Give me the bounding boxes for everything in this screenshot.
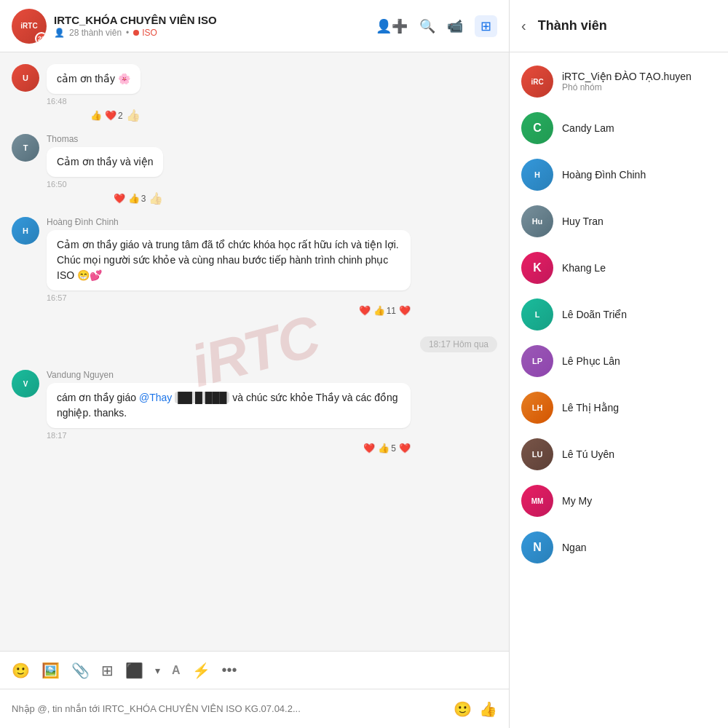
more-options-icon[interactable]: ••• [222,662,237,678]
header-info: IRTC_KHÓA CHUYÊN VIÊN ISO 👤 28 thành viê… [54,14,368,38]
member-info: My My [562,495,716,507]
lightning-icon[interactable]: ⚡ [192,662,210,679]
message-input[interactable] [12,703,446,714]
reaction-add-btn[interactable]: 👍 [149,191,163,205]
avatar: LH [521,392,553,424]
emoji-icon[interactable]: 🙂 [12,662,30,679]
avatar: MM [521,485,553,517]
list-item[interactable]: L Lê Doãn Triển [510,291,728,338]
avatar: H [12,217,39,245]
date-divider: 18:17 Hôm qua [420,336,497,352]
header-subtitle: 👤 28 thành viên • ISO [54,28,368,38]
msg-sender: Vandung Nguyen [47,370,411,380]
member-name: Hoàng Đình Chinh [562,169,716,181]
member-name: Huy Tran [562,215,716,227]
iso-dot [133,30,139,36]
members-panel-icon[interactable]: ⊞ [475,15,497,37]
input-area: 🙂 👍 [0,689,509,728]
list-item[interactable]: LU Lê Tú Uyên [510,431,728,478]
member-info: Khang Le [562,262,716,274]
chat-header: iRTC 28 IRTC_KHÓA CHUYÊN VIÊN ISO 👤 28 t… [0,0,509,52]
avatar: LU [521,438,553,470]
list-item[interactable]: H Hoàng Đình Chinh [510,151,728,198]
member-name: Candy Lam [562,122,716,134]
search-icon[interactable]: 🔍 [419,18,435,34]
members-header: ‹ Thành viên [510,0,728,52]
smiley-icon[interactable]: 🙂 [454,700,472,718]
msg-time: 16:50 [47,180,163,189]
list-item[interactable]: N Ngan [510,524,728,571]
member-name: Lê Doãn Triển [562,309,716,320]
image-icon[interactable]: 🖼️ [41,662,60,679]
dropdown-arrow[interactable]: ▾ [155,665,160,676]
text-format-icon[interactable]: A [172,664,181,677]
msg-time: 18:17 [47,431,411,440]
reaction-heart: ❤️ [363,443,375,454]
msg-reactions: 👍 ❤️ 2 👍 [47,108,141,122]
like-icon[interactable]: 👍 [479,700,497,718]
avatar: N [521,531,553,563]
member-badge: 28 [35,32,47,44]
member-info: Lê Doãn Triển [562,309,716,320]
msg-reactions: ❤️ 👍 3 👍 [47,191,163,205]
box-icon[interactable]: ⬛ [125,662,143,679]
avatar: H [521,159,553,191]
member-name: Lê Tú Uyên [562,448,716,460]
msg-time: 16:57 [47,293,411,302]
chat-panel: iRTC 28 IRTC_KHÓA CHUYÊN VIÊN ISO 👤 28 t… [0,0,510,728]
list-item[interactable]: LP Lê Phục Lân [510,338,728,384]
list-item[interactable]: LH Lê Thị Hằng [510,384,728,431]
avatar: L [521,298,553,331]
reaction-heart: ❤️ [114,193,125,204]
message-group: T Thomas Cảm ơn thầy và viện 16:50 ❤️ 👍 … [12,134,497,205]
member-name: Lê Phục Lân [562,355,716,367]
avatar: C [521,112,553,144]
reaction-heart2: ❤️ [399,305,411,316]
msg-content: Vandung Nguyen cám ơn thầy giáo @Thay ██… [47,370,411,454]
member-name: Lê Thị Hằng [562,402,716,414]
member-info: Lê Tú Uyên [562,448,716,460]
member-role: Phó nhóm [562,82,716,92]
list-item[interactable]: C Candy Lam [510,105,728,151]
reaction-thumbs: 👍 11 [373,305,396,316]
reaction-thumbs: 👍 3 [128,193,146,204]
msg-bubble: Cảm ơn thầy giáo và trung tâm đã tổ chức… [47,230,411,290]
msg-text: Cảm ơn thầy và viện [57,154,153,170]
members-title: Thành viên [538,18,607,33]
member-info: Hoàng Đình Chinh [562,169,716,181]
reaction-heart: ❤️ [359,305,371,316]
reaction-thumbs: 👍 5 [378,443,396,454]
member-name: My My [562,495,716,507]
app-container: iRTC 28 IRTC_KHÓA CHUYÊN VIÊN ISO 👤 28 t… [0,0,728,728]
list-item[interactable]: iRC iRTC_Viện ĐÀO TẠO.huyen Phó nhóm [510,58,728,105]
video-call-icon[interactable]: 📹 [447,18,463,34]
toolbar: 🙂 🖼️ 📎 ⊞ ⬛ ▾ A ⚡ ••• [0,651,509,689]
list-item[interactable]: Hu Huy Tran [510,198,728,245]
reaction-add-btn[interactable]: 👍 [126,108,141,122]
add-member-icon[interactable]: 👤➕ [376,18,408,34]
list-item[interactable]: K Khang Le [510,245,728,291]
grid-icon[interactable]: ⊞ [101,662,114,679]
list-item[interactable]: MM My My [510,478,728,524]
date-divider-wrapper: 18:17 Hôm qua [12,328,497,361]
members-panel: ‹ Thành viên iRC iRTC_Viện ĐÀO TẠO.huyen… [510,0,728,728]
member-info: Huy Tran [562,215,716,227]
avatar: LP [521,345,553,377]
msg-time: 16:48 [47,97,141,106]
msg-sender: Hoàng Đình Chinh [47,217,411,227]
message-group: U cảm ơn thầy 🌸 16:48 👍 ❤️ 2 👍 [12,64,497,122]
member-icon: 👤 [54,28,65,38]
member-info: Ngan [562,542,716,553]
messages-area[interactable]: iRTC U cảm ơn thầy 🌸 16:48 👍 ❤️ 2 👍 [0,52,509,651]
msg-content: Hoàng Đình Chinh Cảm ơn thầy giáo và tru… [47,217,411,316]
back-button[interactable]: ‹ [521,17,526,34]
msg-content: cảm ơn thầy 🌸 16:48 👍 ❤️ 2 👍 [47,64,141,122]
dot-separator: • [126,28,129,38]
msg-bubble: Cảm ơn thầy và viện [47,147,163,177]
msg-reactions: ❤️ 👍 5 ❤️ [47,443,411,454]
attach-icon[interactable]: 📎 [71,662,90,679]
avatar: V [12,370,39,397]
avatar: iRC [521,66,553,98]
msg-bubble: cám ơn thầy giáo @Thay ██ █ ███ và chúc … [47,383,411,428]
avatar: K [521,252,553,284]
